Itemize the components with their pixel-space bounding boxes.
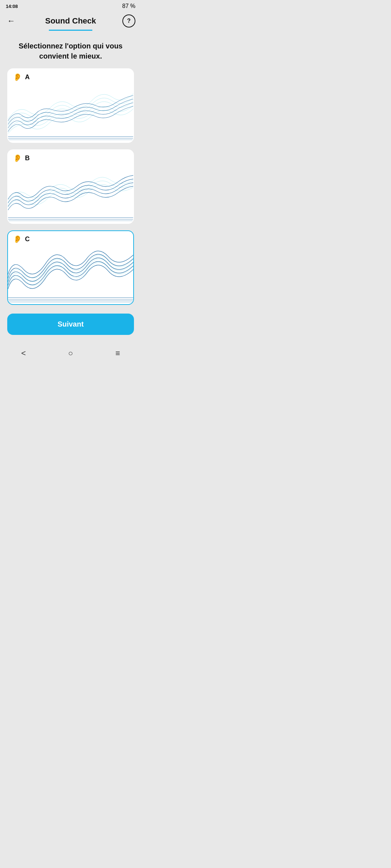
nav-bar: < ○ ≡ [0,342,141,363]
svg-rect-1 [8,136,133,137]
options-container: 👂 A [0,68,141,305]
option-a-wave [8,83,133,141]
option-b-wave [8,164,133,222]
option-c-header: 👂 C [8,231,133,245]
option-c-card[interactable]: 👂 C [7,230,134,305]
svg-rect-11 [8,301,133,301]
option-c-wave [8,245,133,303]
option-a-header: 👂 A [8,69,133,83]
svg-rect-2 [8,138,133,139]
nav-menu-button[interactable]: ≡ [108,346,127,360]
ear-icon-a: 👂 [13,73,22,81]
status-battery: 87 % [122,3,135,9]
option-b-header: 👂 B [8,150,133,164]
status-time: 14:08 [6,4,18,9]
option-a-card[interactable]: 👂 A [7,68,134,143]
svg-rect-5 [8,217,133,218]
bottom-button-container: Suivant [0,305,141,342]
nav-home-button[interactable]: ○ [61,346,80,360]
svg-rect-10 [8,299,133,300]
option-a-label: A [25,73,30,81]
svg-rect-9 [8,297,133,298]
svg-rect-6 [8,219,133,220]
status-bar: 14:08 87 % [0,0,141,11]
page-title: Sound Check [45,16,96,26]
svg-rect-4 [8,164,133,222]
ear-icon-c: 👂 [13,235,22,243]
status-icons: 87 % [122,3,135,9]
option-c-label: C [25,235,30,243]
back-button[interactable]: ← [6,15,17,27]
svg-rect-3 [8,140,133,140]
header: ← Sound Check ? [0,11,141,27]
svg-rect-12 [8,302,133,302]
nav-back-button[interactable]: < [14,346,33,360]
svg-rect-8 [8,245,133,303]
option-b-label: B [25,154,30,162]
next-button[interactable]: Suivant [7,314,134,335]
help-button[interactable]: ? [122,14,135,27]
option-b-card[interactable]: 👂 B [7,149,134,224]
svg-rect-7 [8,221,133,221]
subtitle-text: Sélectionnez l'option qui vous convient … [0,31,141,68]
ear-icon-b: 👂 [13,154,22,162]
